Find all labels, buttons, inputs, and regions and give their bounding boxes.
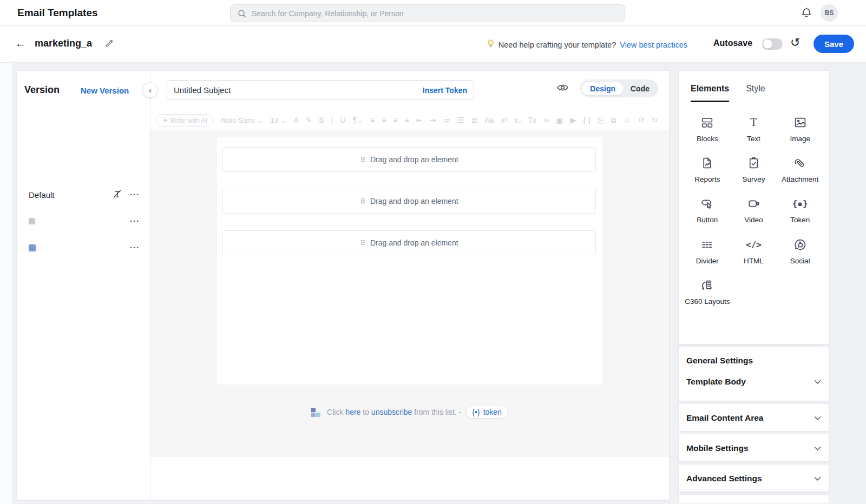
element-survey[interactable]: Survey (731, 156, 777, 184)
align-center-icon[interactable]: ≡ (382, 116, 386, 124)
preview-eye-icon[interactable] (556, 82, 569, 95)
global-search[interactable]: Search for Company, Relationship, or Per… (230, 4, 625, 22)
page-left-margin (0, 63, 12, 504)
save-button[interactable]: Save (813, 35, 854, 53)
reports-icon (700, 156, 714, 170)
version-item-menu-icon[interactable]: ··· (130, 245, 140, 250)
subject-input[interactable] (174, 85, 423, 95)
element-token[interactable]: {▪} Token (777, 196, 823, 225)
letter-case-icon[interactable]: Aa (485, 116, 494, 124)
numbered-list-icon[interactable]: ≔ (443, 116, 450, 124)
element-blocks-icon[interactable] (311, 408, 320, 417)
element-video[interactable]: Video (731, 196, 777, 225)
attachment-icon (793, 156, 807, 170)
insert-token-link[interactable]: Insert Token (423, 86, 467, 95)
element-reports[interactable]: Reports (684, 156, 731, 184)
unsubscribe-text: Click here to unsubscribe from this list… (327, 408, 461, 416)
new-version-link[interactable]: New Version (81, 86, 129, 95)
undo-icon[interactable]: ↺ (790, 36, 800, 50)
insert-file-icon[interactable]: ⎘ (598, 116, 603, 125)
drop-zone[interactable]: ⠿ Drag and drop an element (222, 189, 596, 214)
element-button[interactable]: Button (684, 196, 731, 225)
divider-icon (700, 237, 714, 252)
search-placeholder: Search for Company, Relationship, or Per… (252, 9, 404, 18)
italic-icon[interactable]: I (331, 116, 333, 124)
indent-icon[interactable]: ⇥ (430, 116, 436, 124)
collapse-version-panel-button[interactable]: ‹ (142, 82, 158, 98)
version-item-menu-icon[interactable]: ··· (130, 218, 140, 224)
search-icon (237, 9, 247, 18)
paragraph-format-icon[interactable]: ¶⌄ (353, 116, 363, 124)
bold-icon[interactable]: B (319, 116, 324, 124)
unsubscribe-link[interactable]: unsubscribe (371, 408, 412, 416)
align-justify-icon[interactable]: ≡ (405, 116, 409, 124)
element-c360-layouts[interactable]: C360 Layouts (684, 278, 731, 307)
element-text[interactable]: T Text (731, 115, 777, 144)
version-panel: Version New Version Default ··· ··· ··· (17, 71, 150, 500)
element-attachment[interactable]: Attachment (777, 156, 823, 184)
bullet-list-icon[interactable]: ☰ (457, 116, 464, 124)
superscript-icon[interactable]: x² (501, 116, 508, 124)
tab-code[interactable]: Code (624, 82, 657, 95)
element-image[interactable]: Image (777, 115, 823, 144)
tab-elements[interactable]: Elements (691, 84, 729, 102)
image-icon (793, 115, 807, 130)
write-with-ai-button[interactable]: ✦ Write with AI (156, 114, 214, 127)
drag-handle-icon: ⠿ (360, 197, 365, 205)
emoji-icon[interactable]: ☺ (624, 116, 631, 124)
insert-token-icon[interactable]: {·} (583, 116, 591, 124)
text-icon: T (750, 115, 757, 130)
version-item-variant-2[interactable]: ··· (17, 238, 150, 257)
section-advanced-settings[interactable]: Advanced Settings (679, 465, 829, 493)
token-chip[interactable]: {•} token (465, 406, 508, 419)
link-icon[interactable]: ∞ (543, 116, 549, 124)
paste-icon[interactable]: ⧉ (611, 116, 616, 125)
tab-style[interactable]: Style (746, 84, 765, 102)
drag-handle-icon: ⠿ (360, 156, 365, 164)
font-family-select[interactable]: Noto Sans ⌄ (221, 116, 263, 124)
autosave-toggle[interactable] (762, 38, 783, 50)
version-item-menu-icon[interactable]: ··· (130, 192, 140, 197)
section-mobile-settings[interactable]: Mobile Settings (679, 434, 829, 462)
notifications-bell-icon[interactable] (800, 6, 813, 19)
back-arrow-icon[interactable]: ← (15, 37, 27, 50)
here-link[interactable]: here (345, 408, 360, 416)
unsubscribe-footer: Click here to unsubscribe from this list… (150, 403, 669, 421)
element-blocks[interactable]: Blocks (684, 115, 731, 144)
view-best-practices-link[interactable]: View best practices (620, 41, 687, 49)
section-email-content-area[interactable]: Email Content Area (679, 404, 829, 432)
version-item-default[interactable]: Default ··· (17, 185, 150, 204)
line-height-icon[interactable]: ≣ (471, 116, 478, 124)
chevron-down-icon (814, 377, 821, 387)
element-html[interactable]: </> HTML (731, 237, 777, 266)
survey-icon (747, 156, 760, 170)
version-item-variant-1[interactable]: ··· (17, 212, 150, 230)
outdent-icon[interactable]: ⇤ (416, 116, 423, 124)
underline-icon[interactable]: U (340, 116, 346, 124)
font-color-icon[interactable]: A (293, 116, 298, 124)
drop-zone[interactable]: ⠿ Drag and drop an element (222, 230, 596, 255)
subscript-icon[interactable]: x₂ (514, 116, 521, 124)
email-canvas: ⠿ Drag and drop an element ⠿ Drag and dr… (150, 130, 669, 457)
clear-format-icon[interactable]: Tx (528, 116, 537, 124)
align-left-icon[interactable]: ≡ (370, 116, 375, 124)
insert-video-icon[interactable]: ▶ (570, 116, 576, 124)
element-social[interactable]: Social (777, 237, 823, 266)
element-divider[interactable]: Divider (684, 237, 731, 266)
panel-tabs: Elements Style (679, 71, 829, 102)
redo-icon[interactable]: ↻ (652, 116, 658, 124)
section-template-body[interactable]: Template Body (679, 368, 829, 396)
drop-zone[interactable]: ⠿ Drag and drop an element (222, 147, 596, 172)
tab-design[interactable]: Design (582, 82, 624, 95)
font-size-select[interactable]: 13 ⌄ (270, 116, 286, 124)
align-right-icon[interactable]: ≡ (393, 116, 397, 124)
highlight-icon[interactable]: ✎ (306, 116, 312, 124)
ab-test-disabled-icon[interactable] (112, 189, 122, 201)
token-icon: {▪} (792, 196, 808, 211)
insert-image-icon[interactable]: ▣ (556, 116, 563, 124)
undo-icon[interactable]: ↺ (638, 116, 645, 124)
subject-field-wrap: Insert Token (167, 80, 474, 100)
email-body-area: ⠿ Drag and drop an element ⠿ Drag and dr… (217, 137, 602, 384)
user-avatar[interactable]: BS (821, 4, 838, 22)
edit-name-pencil-icon[interactable] (104, 38, 115, 51)
